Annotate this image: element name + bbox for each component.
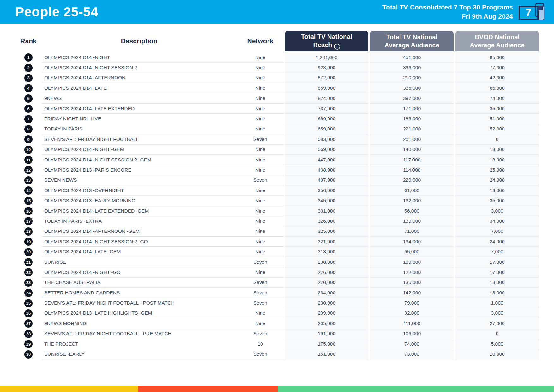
footer-orange-segment <box>138 386 278 392</box>
rank-cell: 15 <box>15 196 42 206</box>
rank-cell: 4 <box>15 83 42 93</box>
total-tv-reach-value: 313,000 <box>285 247 368 257</box>
bvod-average-audience-value: 7,000 <box>455 226 539 237</box>
bvod-average-audience-value: 3,000 <box>455 308 539 318</box>
total-tv-reach-value: 234,000 <box>285 288 368 298</box>
table-row: 24 BETTER HOMES AND GARDENS Seven 234,00… <box>15 288 540 298</box>
program-description: BETTER HOMES AND GARDENS <box>42 288 237 298</box>
program-network: Nine <box>237 114 284 124</box>
header-right: Total TV Consolidated 7 Top 30 Programs … <box>382 2 547 22</box>
report-subtitle-line1: Total TV Consolidated 7 Top 30 Programs <box>382 3 513 12</box>
total-tv-average-audience-value: 74,000 <box>370 339 454 349</box>
table-row: 15 OLYMPICS 2024 D13 -EARLY MORNING Nine… <box>15 196 540 206</box>
footer-green-segment <box>278 386 554 392</box>
program-network: Nine <box>237 226 284 237</box>
table-row: 18 OLYMPICS 2024 D14 -AFTERNOON -GEM Nin… <box>15 226 540 237</box>
program-description: OLYMPICS 2024 D13 -LATE HIGHLIGHTS -GEM <box>42 308 237 318</box>
rank-cell: 1 <box>15 52 42 63</box>
program-network: Nine <box>237 216 284 226</box>
total-tv-average-audience-value: 171,000 <box>370 104 454 114</box>
total-tv-reach-value: 325,000 <box>285 226 368 237</box>
program-description: OLYMPICS 2024 D14 -LATE -GEM <box>42 247 237 257</box>
program-description: OLYMPICS 2024 D13 -PARIS ENCORE <box>42 165 237 175</box>
program-network: Nine <box>237 267 284 277</box>
column-header-bvod-average-audience[interactable]: BVOD National Average Audience <box>455 31 539 51</box>
program-network: Nine <box>237 73 284 83</box>
total-tv-average-audience-value: 221,000 <box>370 124 454 134</box>
total-tv-reach-value: 209,000 <box>285 308 368 318</box>
rank-cell: 8 <box>15 124 42 134</box>
rank-cell: 11 <box>15 155 42 165</box>
total-tv-reach-value: 321,000 <box>285 237 368 247</box>
program-network: Nine <box>237 52 284 63</box>
bvod-average-audience-value: 1,000 <box>455 298 539 308</box>
column-header-total-tv-average-audience[interactable]: Total TV National Average Audience <box>370 31 454 51</box>
total-tv-reach-value: 161,000 <box>285 349 368 359</box>
program-network: Nine <box>237 124 284 134</box>
program-description: OLYMPICS 2024 D14 -NIGHT SESSION 2 <box>42 63 237 73</box>
total-tv-reach-value: 872,000 <box>285 73 368 83</box>
rank-badge: 26 <box>24 309 33 317</box>
total-tv-reach-value: 737,000 <box>285 104 368 114</box>
rank-badge: 2 <box>24 64 33 72</box>
rank-badge: 20 <box>24 248 33 256</box>
column-header-total-tv-reach[interactable]: Total TV National Reach↓ <box>285 31 368 51</box>
bvod-average-audience-value: 0 <box>455 134 539 144</box>
rank-cell: 6 <box>15 104 42 114</box>
rank-badge: 5 <box>24 94 33 103</box>
program-description: OLYMPICS 2024 D14 -NIGHT -GEM <box>42 145 237 155</box>
bvod-average-audience-value: 51,000 <box>455 114 539 124</box>
program-network: Nine <box>237 318 284 329</box>
bvod-average-audience-value: 52,000 <box>455 124 539 134</box>
bvod-average-audience-value: 24,000 <box>455 237 539 247</box>
table-row: 19 OLYMPICS 2024 D14 -NIGHT SESSION 2 -G… <box>15 237 540 247</box>
table-row: 1 OLYMPICS 2024 D14 -NIGHT Nine 1,241,00… <box>15 52 540 63</box>
program-network: Seven <box>237 288 284 298</box>
program-description: 9NEWS <box>42 93 237 104</box>
total-tv-average-audience-value: 79,000 <box>370 298 454 308</box>
rank-badge: 27 <box>24 319 33 328</box>
column-header-description: Description <box>42 31 237 51</box>
rank-badge: 6 <box>24 105 33 113</box>
table-header-row: Rank Description Network Total TV Nation… <box>15 31 540 51</box>
program-network: Seven <box>237 257 284 267</box>
program-network: Nine <box>237 104 284 114</box>
total-tv-reach-value: 356,000 <box>285 185 368 196</box>
total-tv-average-audience-value: 186,000 <box>370 114 454 124</box>
program-description: SUNRISE -EARLY <box>42 349 237 359</box>
table-row: 12 OLYMPICS 2024 D13 -PARIS ENCORE Nine … <box>15 165 540 175</box>
program-network: Seven <box>237 278 284 288</box>
rank-cell: 24 <box>15 288 42 298</box>
program-description: TODAY IN PARIS <box>42 124 237 134</box>
rank-badge: 24 <box>24 289 33 297</box>
program-description: OLYMPICS 2024 D14 -NIGHT -GO <box>42 267 237 277</box>
column-header-rank: Rank <box>15 31 42 51</box>
rank-badge: 7 <box>24 115 33 123</box>
bvod-average-audience-value: 34,000 <box>455 216 539 226</box>
program-network: Nine <box>237 206 284 216</box>
rank-cell: 3 <box>15 73 42 83</box>
table-row: 14 OLYMPICS 2024 D13 -OVERNIGHT Nine 356… <box>15 185 540 196</box>
program-network: Nine <box>237 165 284 175</box>
program-network: Nine <box>237 237 284 247</box>
total-tv-average-audience-value: 134,000 <box>370 237 454 247</box>
rank-badge: 13 <box>24 176 33 184</box>
bvod-average-audience-value: 13,000 <box>455 145 539 155</box>
total-tv-reach-value: 569,000 <box>285 145 368 155</box>
rank-cell: 22 <box>15 267 42 277</box>
table-row: 30 SUNRISE -EARLY Seven 161,000 73,000 1… <box>15 349 540 359</box>
header-bar: People 25-54 Total TV Consolidated 7 Top… <box>0 0 554 24</box>
total-tv-average-audience-value: 201,000 <box>370 134 454 144</box>
program-description: OLYMPICS 2024 D13 -OVERNIGHT <box>42 185 237 196</box>
rank-badge: 17 <box>24 217 33 225</box>
rank-badge: 23 <box>24 279 33 287</box>
rank-cell: 17 <box>15 216 42 226</box>
report-subtitle: Total TV Consolidated 7 Top 30 Programs … <box>382 3 513 21</box>
total-tv-average-audience-value: 142,000 <box>370 288 454 298</box>
program-description: OLYMPICS 2024 D14 -NIGHT <box>42 52 237 63</box>
total-tv-reach-value: 331,000 <box>285 206 368 216</box>
rank-cell: 25 <box>15 298 42 308</box>
column-header-network: Network <box>237 31 284 51</box>
table-row: 4 OLYMPICS 2024 D14 -LATE Nine 859,000 3… <box>15 83 540 93</box>
bvod-average-audience-value: 24,000 <box>455 175 539 185</box>
